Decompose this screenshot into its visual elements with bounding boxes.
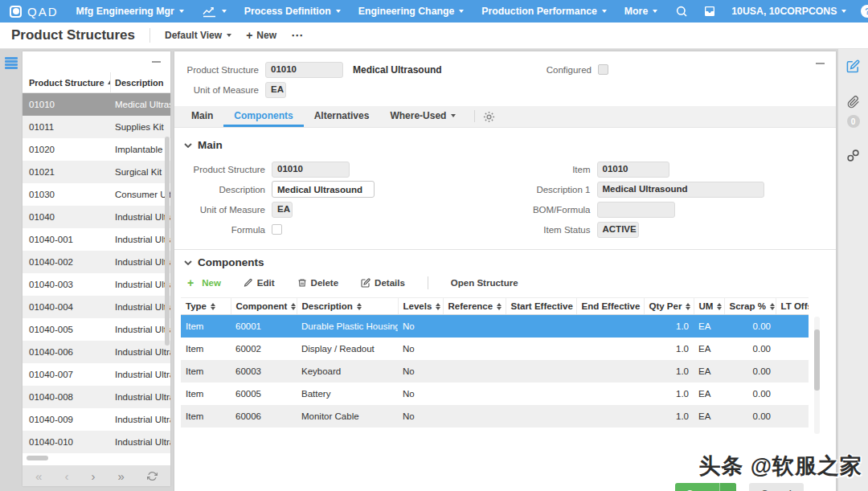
- column-header-description[interactable]: Description: [111, 78, 170, 88]
- description-input[interactable]: [272, 181, 375, 198]
- browse-row[interactable]: 01030 Consumer Ultrasound: [23, 183, 170, 206]
- browse-row[interactable]: 01040-009 Industrial Ultrasound: [23, 408, 170, 431]
- formula-checkbox[interactable]: [272, 224, 282, 235]
- component-row[interactable]: Item60003KeyboardNo1.0EA0.00: [181, 360, 809, 383]
- browse-row[interactable]: 01040-004 Industrial Ultrasound: [23, 296, 170, 318]
- refresh-button[interactable]: [147, 471, 158, 481]
- tab-main[interactable]: Main: [181, 105, 223, 127]
- inbox-icon[interactable]: [702, 5, 717, 18]
- column-label: Product Structure: [29, 78, 104, 88]
- bom-formula-field[interactable]: [597, 202, 675, 218]
- browse-row[interactable]: 01011 Supplies Kit: [23, 116, 170, 138]
- column-header-lt_offset[interactable]: LT Offset: [776, 298, 809, 315]
- edit-component-button[interactable]: Edit: [244, 278, 275, 288]
- cell-um: EA: [694, 338, 724, 360]
- qad-logo[interactable]: QAD: [10, 5, 59, 18]
- field-label: Unit of Measure: [181, 205, 272, 215]
- column-header-type[interactable]: Type: [181, 298, 231, 315]
- open-structure-button[interactable]: Open Structure: [451, 278, 518, 288]
- section-main-header[interactable]: Main: [184, 139, 829, 151]
- component-row[interactable]: Item60006Monitor CableNo1.0EA0.00: [181, 405, 809, 428]
- view-selector[interactable]: Default View: [165, 30, 231, 41]
- browse-row[interactable]: 01040-010 Industrial Ultrasound: [23, 431, 170, 453]
- browse-row[interactable]: 01040-003 Industrial Ultrasound: [23, 273, 170, 296]
- search-icon[interactable]: [675, 5, 688, 18]
- more-actions-button[interactable]: ⋯: [291, 28, 304, 43]
- attachments-icon[interactable]: [847, 96, 860, 108]
- browse-panel: Product Structure 1 Description 01010 Me…: [23, 51, 170, 486]
- column-header-qty_per[interactable]: Qty Per: [644, 298, 694, 315]
- grid-vertical-scrollbar[interactable]: [814, 317, 820, 434]
- browse-row[interactable]: 01010 Medical Ultrasound: [23, 93, 170, 116]
- component-row[interactable]: Item60001Durable Plastic HousingNo1.0EA0…: [181, 315, 809, 338]
- main-uom-field[interactable]: EA: [272, 202, 293, 218]
- new-record-button[interactable]: + New: [246, 30, 276, 41]
- details-button[interactable]: Details: [361, 278, 405, 288]
- browse-row[interactable]: 01040-005 Industrial Ultrasound: [23, 318, 170, 341]
- component-row[interactable]: Item60005BatteryNo1.0EA0.00: [181, 383, 809, 405]
- edit-record-icon[interactable]: [846, 59, 860, 73]
- description1-field[interactable]: Medical Ultrasound: [597, 182, 764, 198]
- last-page-button[interactable]: »: [118, 470, 125, 482]
- collapse-panel-icon[interactable]: [152, 61, 161, 63]
- browse-row[interactable]: 01021 Surgical Kit: [23, 161, 170, 183]
- browse-row[interactable]: 01040-008 Industrial Ultrasound: [23, 386, 170, 408]
- column-header-scrap_pct[interactable]: Scrap %: [724, 298, 776, 315]
- main-product-structure-field[interactable]: 01010: [272, 162, 350, 178]
- first-page-button[interactable]: «: [35, 470, 42, 482]
- browse-cell-description: Supplies Kit: [111, 122, 170, 132]
- product-structure-field[interactable]: 01010: [265, 62, 343, 78]
- column-header-end_effective[interactable]: End Effective: [576, 298, 644, 315]
- uom-field[interactable]: EA: [265, 82, 286, 98]
- next-page-button[interactable]: ›: [92, 470, 96, 482]
- nav-account-menu[interactable]: 10USA, 10CORPCONS: [731, 6, 846, 17]
- column-header-component[interactable]: Component: [231, 298, 297, 315]
- page-title: Product Structures: [11, 27, 135, 43]
- column-header-start_effective[interactable]: Start Effective: [506, 298, 576, 315]
- browse-list-icon[interactable]: [5, 57, 18, 69]
- nav-engineering-change[interactable]: Engineering Change: [358, 6, 465, 17]
- section-components-header[interactable]: Components: [184, 256, 829, 268]
- component-row[interactable]: Item60002Display / ReadoutNo1.0EA0.00: [181, 338, 809, 360]
- browse-row[interactable]: 01040-002 Industrial Ultrasound: [23, 251, 170, 273]
- new-component-button[interactable]: + New: [187, 278, 221, 288]
- nav-more[interactable]: More: [624, 6, 657, 17]
- nav-dashboards-menu[interactable]: [202, 6, 227, 18]
- column-header-um[interactable]: UM: [694, 298, 724, 315]
- delete-component-button[interactable]: Delete: [297, 278, 339, 288]
- components-grid: TypeComponentDescriptionLevelsReferenceS…: [181, 297, 820, 428]
- cancel-button[interactable]: Cancel: [749, 483, 804, 491]
- scrollbar-thumb[interactable]: [814, 329, 820, 391]
- collapse-detail-icon[interactable]: [816, 63, 825, 64]
- item-status-field[interactable]: ACTIVE: [597, 222, 639, 238]
- refresh-icon: [147, 471, 158, 481]
- browse-row[interactable]: 01040-006 Industrial Ultrasound: [23, 341, 170, 363]
- save-dropdown-button[interactable]: [719, 483, 736, 491]
- browse-row[interactable]: 01040 Industrial Ultrasound: [23, 206, 170, 228]
- nav-help-menu[interactable]: ?: [861, 5, 868, 18]
- previous-page-button[interactable]: ‹: [64, 470, 68, 482]
- column-header-levels[interactable]: Levels: [398, 298, 443, 315]
- browse-row[interactable]: 01020 Implantable: [23, 138, 170, 161]
- browse-row[interactable]: 01040-001 Industrial Ultrasound: [23, 228, 170, 251]
- browse-cell-id: 01040-009: [23, 415, 111, 424]
- column-header-description[interactable]: Description: [297, 298, 398, 315]
- column-header-product-structure[interactable]: Product Structure 1: [23, 72, 111, 92]
- tab-alternatives[interactable]: Alternatives: [304, 105, 380, 127]
- configured-group: Configured: [547, 64, 608, 75]
- tab-components[interactable]: Components: [223, 105, 303, 127]
- tab-where-used[interactable]: Where-Used: [379, 105, 466, 127]
- settings-gear-icon[interactable]: [483, 111, 495, 123]
- horizontal-scrollbar[interactable]: [24, 456, 169, 462]
- browse-row[interactable]: 01040-007 Industrial Ultrasound: [23, 363, 170, 386]
- scrollbar-thumb[interactable]: [27, 456, 48, 460]
- browse-cell-description: Industrial Ultrasound: [111, 235, 170, 244]
- item-field[interactable]: 01010: [597, 162, 669, 178]
- save-button[interactable]: Save: [675, 483, 736, 491]
- nav-production-performance[interactable]: Production Performance: [481, 6, 607, 17]
- nav-process-definition[interactable]: Process Definition: [244, 6, 341, 17]
- related-links-icon[interactable]: [846, 149, 860, 162]
- vertical-scrollbar-thumb[interactable]: [165, 137, 170, 346]
- column-header-reference[interactable]: Reference: [443, 298, 506, 315]
- nav-role-menu[interactable]: Mfg Engineering Mgr: [76, 6, 184, 17]
